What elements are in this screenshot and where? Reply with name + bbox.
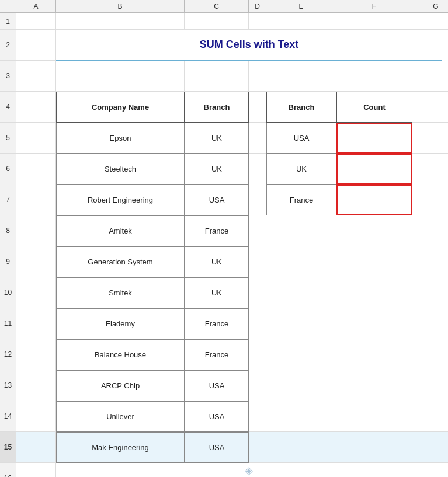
cell-4e-header[interactable]: Branch bbox=[266, 92, 336, 123]
cell-5g[interactable] bbox=[412, 123, 448, 154]
cell-9c[interactable]: UK bbox=[185, 246, 249, 277]
cell-12f[interactable] bbox=[336, 339, 412, 370]
cell-4b-header[interactable]: Company Name bbox=[56, 92, 185, 123]
cell-7e[interactable]: France bbox=[266, 184, 336, 215]
cell-11d[interactable] bbox=[249, 308, 266, 339]
cell-9e[interactable] bbox=[266, 246, 336, 277]
cell-12d[interactable] bbox=[249, 339, 266, 370]
cell-8g[interactable] bbox=[412, 215, 448, 246]
cell-6b[interactable]: Steeltech bbox=[56, 154, 185, 184]
cell-14e[interactable] bbox=[266, 401, 336, 432]
cell-8c[interactable]: France bbox=[185, 215, 249, 246]
cell-14a[interactable] bbox=[16, 401, 56, 432]
cell-13f[interactable] bbox=[336, 370, 412, 401]
cell-15a[interactable] bbox=[16, 432, 56, 463]
cell-15c[interactable]: USA bbox=[185, 432, 249, 463]
cell-8d[interactable] bbox=[249, 215, 266, 246]
cell-9a[interactable] bbox=[16, 246, 56, 277]
cell-13b[interactable]: ARCP Chip bbox=[56, 370, 185, 401]
cell-7c[interactable]: USA bbox=[185, 184, 249, 215]
cell-6f[interactable] bbox=[336, 154, 412, 184]
cell-5a[interactable] bbox=[16, 123, 56, 154]
cell-7f[interactable] bbox=[336, 184, 412, 215]
cell-7a[interactable] bbox=[16, 184, 56, 215]
cell-15b[interactable]: Mak Engineering bbox=[56, 432, 185, 463]
cell-5b[interactable]: Epson bbox=[56, 123, 185, 154]
cell-13a[interactable] bbox=[16, 370, 56, 401]
cell-10f[interactable] bbox=[336, 277, 412, 308]
cell-3g[interactable] bbox=[412, 61, 448, 92]
cell-4a[interactable] bbox=[16, 92, 56, 123]
cell-1d[interactable] bbox=[249, 13, 266, 30]
cell-10a[interactable] bbox=[16, 277, 56, 308]
cell-6d[interactable] bbox=[249, 154, 266, 184]
cell-1c[interactable] bbox=[185, 13, 249, 30]
cell-10e[interactable] bbox=[266, 277, 336, 308]
cell-15d[interactable] bbox=[249, 432, 266, 463]
cell-1b[interactable] bbox=[56, 13, 185, 30]
cell-14g[interactable] bbox=[412, 401, 448, 432]
cell-14b[interactable]: Unilever bbox=[56, 401, 185, 432]
cell-9b[interactable]: Generation System bbox=[56, 246, 185, 277]
cell-6e[interactable]: UK bbox=[266, 154, 336, 184]
cell-13g[interactable] bbox=[412, 370, 448, 401]
cell-13d[interactable] bbox=[249, 370, 266, 401]
cell-8a[interactable] bbox=[16, 215, 56, 246]
cell-10c[interactable]: UK bbox=[185, 277, 249, 308]
cell-11g[interactable] bbox=[412, 308, 448, 339]
cell-7g[interactable] bbox=[412, 184, 448, 215]
cell-3e[interactable] bbox=[266, 61, 336, 92]
cell-3d[interactable] bbox=[249, 61, 266, 92]
cell-16a[interactable] bbox=[16, 463, 56, 477]
cell-4c-header[interactable]: Branch bbox=[185, 92, 249, 123]
cell-13c[interactable]: USA bbox=[185, 370, 249, 401]
cell-3c[interactable] bbox=[185, 61, 249, 92]
cell-11a[interactable] bbox=[16, 308, 56, 339]
cell-10b[interactable]: Smitek bbox=[56, 277, 185, 308]
cell-15e[interactable] bbox=[266, 432, 336, 463]
cell-10g[interactable] bbox=[412, 277, 448, 308]
cell-8b[interactable]: Amitek bbox=[56, 215, 185, 246]
cell-13e[interactable] bbox=[266, 370, 336, 401]
cell-11f[interactable] bbox=[336, 308, 412, 339]
cell-12b[interactable]: Balance House bbox=[56, 339, 185, 370]
cell-12e[interactable] bbox=[266, 339, 336, 370]
cell-3f[interactable] bbox=[336, 61, 412, 92]
cell-2a[interactable] bbox=[16, 30, 56, 61]
cell-9g[interactable] bbox=[412, 246, 448, 277]
cell-5e[interactable]: USA bbox=[266, 123, 336, 154]
cell-9f[interactable] bbox=[336, 246, 412, 277]
cell-6a[interactable] bbox=[16, 154, 56, 184]
cell-11c[interactable]: France bbox=[185, 308, 249, 339]
cell-1g[interactable] bbox=[412, 13, 448, 30]
cell-6c[interactable]: UK bbox=[185, 154, 249, 184]
cell-11b[interactable]: Fiademy bbox=[56, 308, 185, 339]
cell-7d[interactable] bbox=[249, 184, 266, 215]
cell-8f[interactable] bbox=[336, 215, 412, 246]
cell-1a[interactable] bbox=[16, 13, 56, 30]
cell-15f[interactable] bbox=[336, 432, 412, 463]
cell-12c[interactable]: France bbox=[185, 339, 249, 370]
cell-3a[interactable] bbox=[16, 61, 56, 92]
cell-14f[interactable] bbox=[336, 401, 412, 432]
cell-11e[interactable] bbox=[266, 308, 336, 339]
cell-3b[interactable] bbox=[56, 61, 185, 92]
cell-14c[interactable]: USA bbox=[185, 401, 249, 432]
cell-5f[interactable] bbox=[336, 123, 412, 154]
cell-6g[interactable] bbox=[412, 154, 448, 184]
cell-4d[interactable] bbox=[249, 92, 266, 123]
cell-15g[interactable] bbox=[412, 432, 448, 463]
cell-1f[interactable] bbox=[336, 13, 412, 30]
cell-8e[interactable] bbox=[266, 215, 336, 246]
cell-12g[interactable] bbox=[412, 339, 448, 370]
cell-9d[interactable] bbox=[249, 246, 266, 277]
cell-5d[interactable] bbox=[249, 123, 266, 154]
cell-10d[interactable] bbox=[249, 277, 266, 308]
cell-14d[interactable] bbox=[249, 401, 266, 432]
cell-5c[interactable]: UK bbox=[185, 123, 249, 154]
cell-4g[interactable] bbox=[412, 92, 448, 123]
cell-12a[interactable] bbox=[16, 339, 56, 370]
cell-1e[interactable] bbox=[266, 13, 336, 30]
cell-4f-header[interactable]: Count bbox=[336, 92, 412, 123]
cell-7b[interactable]: Robert Engineering bbox=[56, 184, 185, 215]
